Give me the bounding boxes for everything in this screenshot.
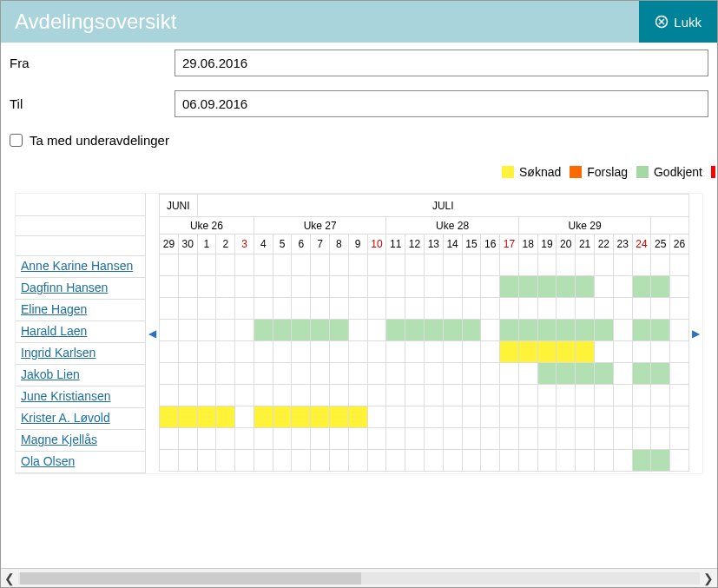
day-cell[interactable] bbox=[632, 363, 651, 385]
day-cell[interactable] bbox=[311, 450, 330, 472]
day-cell[interactable] bbox=[651, 341, 670, 363]
day-cell[interactable] bbox=[557, 341, 576, 363]
day-cell[interactable] bbox=[443, 298, 462, 320]
day-cell[interactable] bbox=[311, 276, 330, 298]
day-cell[interactable] bbox=[632, 276, 651, 298]
day-cell[interactable] bbox=[367, 385, 386, 406]
day-cell[interactable] bbox=[632, 320, 651, 341]
day-cell[interactable] bbox=[311, 385, 330, 406]
day-cell[interactable] bbox=[424, 385, 443, 406]
day-cell[interactable] bbox=[500, 320, 519, 341]
day-cell[interactable] bbox=[160, 254, 179, 276]
day-cell[interactable] bbox=[576, 298, 595, 320]
scrollbar-right-icon[interactable]: ❯ bbox=[703, 571, 714, 585]
day-cell[interactable] bbox=[670, 276, 689, 298]
day-cell[interactable] bbox=[216, 298, 235, 320]
day-cell[interactable] bbox=[557, 428, 576, 450]
day-cell[interactable] bbox=[235, 298, 254, 320]
employee-link[interactable]: June Kristiansen bbox=[16, 386, 145, 408]
day-cell[interactable] bbox=[670, 385, 689, 406]
day-cell[interactable] bbox=[443, 363, 462, 385]
day-cell[interactable] bbox=[443, 254, 462, 276]
day-cell[interactable] bbox=[254, 254, 273, 276]
day-cell[interactable] bbox=[160, 320, 179, 341]
day-cell[interactable] bbox=[160, 298, 179, 320]
day-cell[interactable] bbox=[613, 276, 632, 298]
day-cell[interactable] bbox=[613, 341, 632, 363]
day-cell[interactable] bbox=[292, 320, 311, 341]
day-cell[interactable] bbox=[330, 450, 349, 472]
day-cell[interactable] bbox=[500, 298, 519, 320]
day-cell[interactable] bbox=[197, 276, 216, 298]
day-cell[interactable] bbox=[311, 298, 330, 320]
day-cell[interactable] bbox=[311, 363, 330, 385]
day-cell[interactable] bbox=[178, 320, 197, 341]
day-cell[interactable] bbox=[254, 406, 273, 428]
day-cell[interactable] bbox=[273, 406, 292, 428]
day-cell[interactable] bbox=[632, 385, 651, 406]
day-cell[interactable] bbox=[651, 450, 670, 472]
day-cell[interactable] bbox=[613, 406, 632, 428]
day-cell[interactable] bbox=[518, 254, 537, 276]
day-cell[interactable] bbox=[292, 450, 311, 472]
day-cell[interactable] bbox=[481, 406, 500, 428]
day-cell[interactable] bbox=[613, 254, 632, 276]
day-cell[interactable] bbox=[424, 298, 443, 320]
include-sub-checkbox[interactable] bbox=[10, 134, 23, 147]
day-cell[interactable] bbox=[405, 385, 425, 406]
day-cell[interactable] bbox=[651, 406, 670, 428]
day-cell[interactable] bbox=[178, 406, 197, 428]
day-cell[interactable] bbox=[537, 450, 557, 472]
day-cell[interactable] bbox=[651, 320, 670, 341]
day-cell[interactable] bbox=[518, 428, 537, 450]
day-cell[interactable] bbox=[311, 406, 330, 428]
day-cell[interactable] bbox=[197, 428, 216, 450]
day-cell[interactable] bbox=[197, 406, 216, 428]
day-cell[interactable] bbox=[518, 385, 537, 406]
day-cell[interactable] bbox=[216, 341, 235, 363]
day-cell[interactable] bbox=[254, 450, 273, 472]
day-cell[interactable] bbox=[594, 320, 613, 341]
close-button[interactable]: Lukk bbox=[639, 1, 717, 43]
day-cell[interactable] bbox=[216, 385, 235, 406]
day-cell[interactable] bbox=[576, 276, 595, 298]
day-cell[interactable] bbox=[500, 450, 519, 472]
day-cell[interactable] bbox=[386, 406, 405, 428]
day-cell[interactable] bbox=[273, 254, 292, 276]
day-cell[interactable] bbox=[613, 450, 632, 472]
horizontal-scrollbar[interactable]: ❮ ❯ bbox=[1, 568, 717, 587]
day-cell[interactable] bbox=[518, 276, 537, 298]
day-cell[interactable] bbox=[557, 276, 576, 298]
day-cell[interactable] bbox=[594, 298, 613, 320]
day-cell[interactable] bbox=[632, 450, 651, 472]
day-cell[interactable] bbox=[594, 428, 613, 450]
day-cell[interactable] bbox=[386, 320, 405, 341]
scroll-left-icon[interactable]: ◀ bbox=[148, 327, 156, 340]
day-cell[interactable] bbox=[235, 341, 254, 363]
day-cell[interactable] bbox=[424, 363, 443, 385]
day-cell[interactable] bbox=[424, 320, 443, 341]
day-cell[interactable] bbox=[462, 254, 481, 276]
day-cell[interactable] bbox=[557, 298, 576, 320]
day-cell[interactable] bbox=[178, 450, 197, 472]
day-cell[interactable] bbox=[576, 385, 595, 406]
day-cell[interactable] bbox=[613, 298, 632, 320]
day-cell[interactable] bbox=[405, 298, 425, 320]
day-cell[interactable] bbox=[197, 363, 216, 385]
day-cell[interactable] bbox=[670, 450, 689, 472]
day-cell[interactable] bbox=[424, 450, 443, 472]
day-cell[interactable] bbox=[367, 341, 386, 363]
day-cell[interactable] bbox=[632, 406, 651, 428]
day-cell[interactable] bbox=[405, 363, 425, 385]
day-cell[interactable] bbox=[537, 406, 557, 428]
day-cell[interactable] bbox=[330, 406, 349, 428]
day-cell[interactable] bbox=[651, 428, 670, 450]
day-cell[interactable] bbox=[273, 341, 292, 363]
day-cell[interactable] bbox=[481, 298, 500, 320]
day-cell[interactable] bbox=[557, 406, 576, 428]
day-cell[interactable] bbox=[273, 450, 292, 472]
day-cell[interactable] bbox=[386, 298, 405, 320]
day-cell[interactable] bbox=[500, 406, 519, 428]
day-cell[interactable] bbox=[367, 276, 386, 298]
day-cell[interactable] bbox=[576, 363, 595, 385]
